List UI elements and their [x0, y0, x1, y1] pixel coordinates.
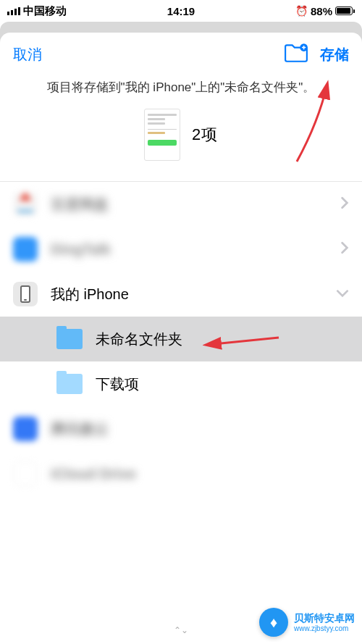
watermark-url: www.zjbstyy.com	[294, 624, 355, 632]
list-item[interactable]: 百度网盘	[0, 182, 362, 227]
signal-icon	[7, 7, 20, 15]
list-item[interactable]: iCloud Drive	[0, 451, 362, 496]
chevron-right-icon	[340, 241, 349, 257]
item-label: 未命名文件夹	[96, 330, 349, 349]
list-item[interactable]: 腾讯微云	[0, 406, 362, 451]
item-label: iCloud Drive	[51, 466, 349, 482]
save-modal: 取消 存储 项目将存储到"我的 iPhone"上的"未命名文件夹"。 2项	[0, 33, 362, 644]
item-label: DingTalk	[51, 241, 340, 258]
folder-icon	[56, 374, 83, 394]
watermark-logo: ♦	[259, 608, 288, 637]
save-description: 项目将存储到"我的 iPhone"上的"未命名文件夹"。	[0, 73, 362, 106]
item-label: 腾讯微云	[51, 419, 349, 439]
preview-thumbnail	[144, 109, 180, 161]
watermark-title: 贝斯特安卓网	[294, 612, 355, 624]
item-label: 下载项	[96, 375, 349, 394]
preview-area: 2项	[0, 106, 362, 181]
battery-icon	[335, 7, 355, 15]
list-item-unnamed-folder[interactable]: 未命名文件夹	[0, 317, 362, 361]
folder-icon	[56, 329, 83, 349]
battery-label: 88%	[311, 5, 332, 17]
list-item-downloads[interactable]: 下载项	[0, 361, 362, 406]
modal-header: 取消 存储	[0, 33, 362, 73]
app-icon	[13, 192, 38, 217]
item-label: 我的 iPhone	[51, 285, 336, 304]
watermark: ♦ 贝斯特安卓网 www.zjbstyy.com	[259, 608, 355, 637]
cancel-button[interactable]: 取消	[13, 45, 42, 64]
list-item-my-iphone[interactable]: 我的 iPhone	[0, 272, 362, 317]
status-bar: 中国移动 14:19 ⏰ 88%	[0, 0, 362, 22]
chevron-right-icon	[340, 196, 349, 212]
status-left: 中国移动	[7, 4, 67, 18]
carrier-label: 中国移动	[23, 4, 67, 18]
app-icon	[13, 237, 38, 262]
alarm-icon: ⏰	[295, 5, 308, 17]
items-count: 2项	[192, 124, 218, 146]
phone-icon	[13, 282, 38, 306]
cloud-icon	[13, 461, 38, 486]
status-right: ⏰ 88%	[295, 5, 355, 17]
app-icon	[13, 417, 38, 441]
new-folder-icon[interactable]	[284, 43, 308, 66]
status-time: 14:19	[167, 5, 195, 17]
chevron-down-icon	[336, 288, 349, 301]
locations-list: 百度网盘 DingTalk 我的 iPhone 未命名文件夹 下载项 腾讯微云 …	[0, 182, 362, 618]
item-label: 百度网盘	[51, 195, 340, 214]
list-item[interactable]: DingTalk	[0, 227, 362, 272]
save-button[interactable]: 存储	[320, 45, 349, 64]
